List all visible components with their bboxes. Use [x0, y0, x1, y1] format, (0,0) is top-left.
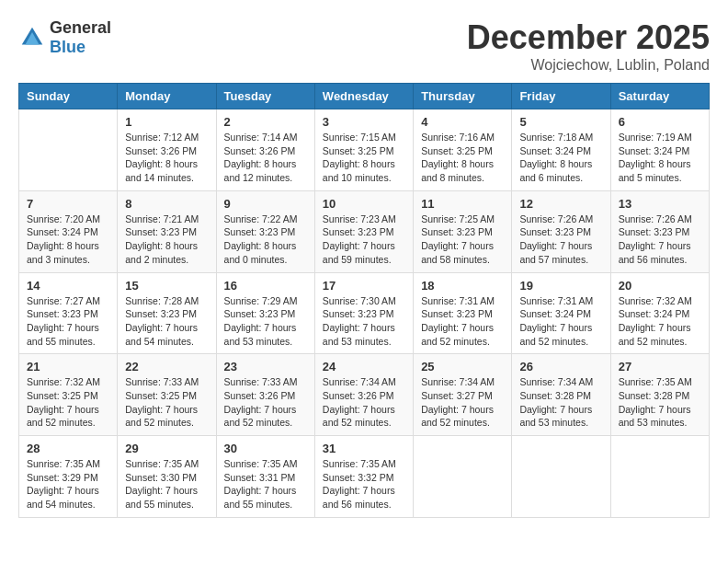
day-number: 20	[619, 279, 701, 293]
calendar-day-cell: 16Sunrise: 7:29 AM Sunset: 3:23 PM Dayli…	[216, 272, 314, 354]
calendar-day-cell: 26Sunrise: 7:34 AM Sunset: 3:28 PM Dayli…	[512, 354, 610, 436]
day-info: Sunrise: 7:14 AM Sunset: 3:26 PM Dayligh…	[224, 131, 307, 185]
day-number: 5	[519, 115, 602, 129]
day-number: 27	[619, 360, 701, 373]
calendar-table: SundayMondayTuesdayWednesdayThursdayFrid…	[18, 83, 710, 518]
day-number: 15	[125, 279, 208, 293]
calendar-day-cell	[512, 436, 610, 518]
calendar-day-cell: 29Sunrise: 7:35 AM Sunset: 3:30 PM Dayli…	[118, 436, 216, 518]
day-number: 25	[421, 360, 504, 373]
day-info: Sunrise: 7:21 AM Sunset: 3:23 PM Dayligh…	[125, 213, 208, 267]
calendar-week-row: 14Sunrise: 7:27 AM Sunset: 3:23 PM Dayli…	[19, 272, 710, 354]
weekday-header-cell: Wednesday	[314, 84, 413, 109]
calendar-day-cell: 19Sunrise: 7:31 AM Sunset: 3:24 PM Dayli…	[512, 272, 610, 354]
day-info: Sunrise: 7:12 AM Sunset: 3:26 PM Dayligh…	[125, 131, 208, 185]
calendar-day-cell: 3Sunrise: 7:15 AM Sunset: 3:25 PM Daylig…	[314, 109, 413, 191]
weekday-header-cell: Thursday	[414, 84, 512, 109]
weekday-header-row: SundayMondayTuesdayWednesdayThursdayFrid…	[19, 84, 710, 109]
calendar-day-cell: 15Sunrise: 7:28 AM Sunset: 3:23 PM Dayli…	[118, 272, 216, 354]
calendar-day-cell: 27Sunrise: 7:35 AM Sunset: 3:28 PM Dayli…	[610, 354, 709, 436]
calendar-day-cell: 10Sunrise: 7:23 AM Sunset: 3:23 PM Dayli…	[314, 190, 413, 272]
calendar-day-cell: 14Sunrise: 7:27 AM Sunset: 3:23 PM Dayli…	[19, 272, 118, 354]
title-area: December 2025 Wojciechow, Lublin, Poland	[467, 18, 710, 74]
logo-text: General Blue	[50, 18, 111, 57]
logo: General Blue	[18, 18, 111, 57]
day-info: Sunrise: 7:30 AM Sunset: 3:23 PM Dayligh…	[323, 294, 405, 349]
calendar-day-cell	[414, 436, 512, 518]
logo-general: General	[50, 18, 111, 37]
day-number: 13	[619, 197, 701, 211]
day-info: Sunrise: 7:35 AM Sunset: 3:32 PM Dayligh…	[323, 457, 405, 511]
calendar-day-cell: 28Sunrise: 7:35 AM Sunset: 3:29 PM Dayli…	[19, 436, 118, 518]
calendar-day-cell: 24Sunrise: 7:34 AM Sunset: 3:26 PM Dayli…	[314, 354, 413, 436]
day-number: 12	[519, 197, 602, 211]
day-number: 4	[421, 115, 504, 129]
calendar-day-cell: 8Sunrise: 7:21 AM Sunset: 3:23 PM Daylig…	[118, 190, 216, 272]
day-number: 3	[323, 115, 405, 129]
calendar-day-cell: 25Sunrise: 7:34 AM Sunset: 3:27 PM Dayli…	[414, 354, 512, 436]
day-number: 31	[323, 442, 405, 455]
day-info: Sunrise: 7:35 AM Sunset: 3:31 PM Dayligh…	[224, 457, 307, 511]
calendar-day-cell: 9Sunrise: 7:22 AM Sunset: 3:23 PM Daylig…	[216, 190, 314, 272]
calendar-day-cell: 13Sunrise: 7:26 AM Sunset: 3:23 PM Dayli…	[610, 190, 709, 272]
calendar-day-cell: 18Sunrise: 7:31 AM Sunset: 3:23 PM Dayli…	[414, 272, 512, 354]
calendar-week-row: 7Sunrise: 7:20 AM Sunset: 3:24 PM Daylig…	[19, 190, 710, 272]
calendar-day-cell: 11Sunrise: 7:25 AM Sunset: 3:23 PM Dayli…	[414, 190, 512, 272]
calendar-day-cell: 20Sunrise: 7:32 AM Sunset: 3:24 PM Dayli…	[610, 272, 709, 354]
weekday-header-cell: Saturday	[610, 84, 709, 109]
day-info: Sunrise: 7:18 AM Sunset: 3:24 PM Dayligh…	[519, 131, 602, 185]
day-number: 10	[323, 197, 405, 211]
calendar-day-cell: 5Sunrise: 7:18 AM Sunset: 3:24 PM Daylig…	[512, 109, 610, 191]
logo-icon	[18, 24, 46, 52]
weekday-header-cell: Sunday	[19, 84, 118, 109]
day-info: Sunrise: 7:34 AM Sunset: 3:27 PM Dayligh…	[421, 375, 504, 430]
calendar-day-cell: 4Sunrise: 7:16 AM Sunset: 3:25 PM Daylig…	[414, 109, 512, 191]
day-number: 6	[619, 115, 701, 129]
calendar-day-cell: 6Sunrise: 7:19 AM Sunset: 3:24 PM Daylig…	[610, 109, 709, 191]
month-title: December 2025	[467, 18, 710, 57]
day-info: Sunrise: 7:27 AM Sunset: 3:23 PM Dayligh…	[27, 294, 109, 349]
weekday-header-cell: Friday	[512, 84, 610, 109]
day-number: 26	[519, 360, 602, 373]
day-info: Sunrise: 7:32 AM Sunset: 3:25 PM Dayligh…	[27, 375, 109, 430]
header: General Blue December 2025 Wojciechow, L…	[18, 18, 710, 74]
day-info: Sunrise: 7:16 AM Sunset: 3:25 PM Dayligh…	[421, 131, 504, 185]
day-info: Sunrise: 7:33 AM Sunset: 3:25 PM Dayligh…	[125, 375, 208, 430]
calendar-day-cell: 12Sunrise: 7:26 AM Sunset: 3:23 PM Dayli…	[512, 190, 610, 272]
day-info: Sunrise: 7:26 AM Sunset: 3:23 PM Dayligh…	[519, 213, 602, 267]
day-number: 7	[27, 197, 109, 211]
day-info: Sunrise: 7:20 AM Sunset: 3:24 PM Dayligh…	[27, 213, 109, 267]
calendar-day-cell: 17Sunrise: 7:30 AM Sunset: 3:23 PM Dayli…	[314, 272, 413, 354]
day-info: Sunrise: 7:29 AM Sunset: 3:23 PM Dayligh…	[224, 294, 307, 349]
day-info: Sunrise: 7:31 AM Sunset: 3:24 PM Dayligh…	[519, 294, 602, 349]
day-number: 29	[125, 442, 208, 455]
day-info: Sunrise: 7:33 AM Sunset: 3:26 PM Dayligh…	[224, 375, 307, 430]
day-number: 23	[224, 360, 307, 373]
day-number: 30	[224, 442, 307, 455]
day-info: Sunrise: 7:28 AM Sunset: 3:23 PM Dayligh…	[125, 294, 208, 349]
calendar-day-cell: 1Sunrise: 7:12 AM Sunset: 3:26 PM Daylig…	[118, 109, 216, 191]
calendar-day-cell	[19, 109, 118, 191]
day-number: 21	[27, 360, 109, 373]
day-info: Sunrise: 7:32 AM Sunset: 3:24 PM Dayligh…	[619, 294, 701, 349]
day-info: Sunrise: 7:35 AM Sunset: 3:29 PM Dayligh…	[27, 457, 109, 511]
calendar-week-row: 28Sunrise: 7:35 AM Sunset: 3:29 PM Dayli…	[19, 436, 710, 518]
day-number: 2	[224, 115, 307, 129]
day-number: 24	[323, 360, 405, 373]
day-info: Sunrise: 7:31 AM Sunset: 3:23 PM Dayligh…	[421, 294, 504, 349]
calendar-day-cell: 7Sunrise: 7:20 AM Sunset: 3:24 PM Daylig…	[19, 190, 118, 272]
day-info: Sunrise: 7:35 AM Sunset: 3:28 PM Dayligh…	[619, 375, 701, 430]
calendar-day-cell	[610, 436, 709, 518]
day-info: Sunrise: 7:34 AM Sunset: 3:28 PM Dayligh…	[519, 375, 602, 430]
calendar-day-cell: 21Sunrise: 7:32 AM Sunset: 3:25 PM Dayli…	[19, 354, 118, 436]
calendar-day-cell: 23Sunrise: 7:33 AM Sunset: 3:26 PM Dayli…	[216, 354, 314, 436]
calendar-body: 1Sunrise: 7:12 AM Sunset: 3:26 PM Daylig…	[19, 109, 710, 518]
day-number: 9	[224, 197, 307, 211]
day-info: Sunrise: 7:26 AM Sunset: 3:23 PM Dayligh…	[619, 213, 701, 267]
day-number: 22	[125, 360, 208, 373]
day-number: 1	[125, 115, 208, 129]
calendar-day-cell: 30Sunrise: 7:35 AM Sunset: 3:31 PM Dayli…	[216, 436, 314, 518]
day-info: Sunrise: 7:35 AM Sunset: 3:30 PM Dayligh…	[125, 457, 208, 511]
weekday-header-cell: Monday	[118, 84, 216, 109]
day-number: 17	[323, 279, 405, 293]
